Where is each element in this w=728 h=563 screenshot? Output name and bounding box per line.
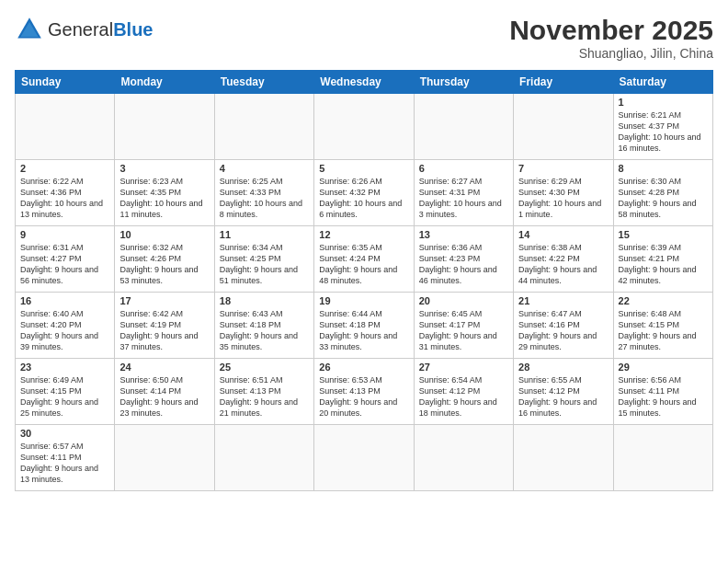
calendar-day: 4Sunrise: 6:25 AM Sunset: 4:33 PM Daylig… [214, 160, 313, 226]
calendar-day: 13Sunrise: 6:36 AM Sunset: 4:23 PM Dayli… [414, 226, 513, 293]
calendar-day: 18Sunrise: 6:43 AM Sunset: 4:18 PM Dayli… [214, 293, 313, 359]
day-info: Sunrise: 6:42 AM Sunset: 4:19 PM Dayligh… [119, 308, 209, 353]
day-number: 7 [518, 163, 608, 174]
calendar-day [314, 425, 414, 491]
calendar-week-3: 9Sunrise: 6:31 AM Sunset: 4:27 PM Daylig… [16, 226, 713, 293]
calendar-day: 24Sunrise: 6:50 AM Sunset: 4:14 PM Dayli… [115, 359, 214, 425]
calendar-day [115, 425, 214, 491]
day-info: Sunrise: 6:49 AM Sunset: 4:15 PM Dayligh… [20, 374, 109, 419]
calendar-day: 28Sunrise: 6:55 AM Sunset: 4:12 PM Dayli… [514, 359, 613, 425]
calendar-day: 27Sunrise: 6:54 AM Sunset: 4:12 PM Dayli… [414, 359, 513, 425]
day-info: Sunrise: 6:21 AM Sunset: 4:37 PM Dayligh… [619, 109, 708, 155]
day-number: 11 [220, 229, 309, 240]
day-number: 5 [319, 163, 408, 174]
day-info: Sunrise: 6:34 AM Sunset: 4:25 PM Dayligh… [220, 242, 309, 287]
day-number: 30 [20, 428, 109, 439]
day-number: 21 [518, 295, 608, 306]
day-info: Sunrise: 6:25 AM Sunset: 4:33 PM Dayligh… [220, 176, 309, 221]
day-info: Sunrise: 6:57 AM Sunset: 4:11 PM Dayligh… [20, 441, 109, 486]
calendar-day: 23Sunrise: 6:49 AM Sunset: 4:15 PM Dayli… [16, 359, 115, 425]
logo-text: GeneralBlue [48, 19, 154, 40]
col-thursday: Thursday [414, 71, 513, 94]
location: Shuangliao, Jilin, China [509, 46, 713, 61]
day-number: 3 [119, 163, 209, 174]
day-info: Sunrise: 6:44 AM Sunset: 4:18 PM Dayligh… [319, 308, 408, 353]
calendar-week-5: 23Sunrise: 6:49 AM Sunset: 4:15 PM Dayli… [16, 359, 713, 425]
day-number: 28 [518, 362, 608, 373]
day-number: 1 [619, 97, 708, 108]
calendar-day: 7Sunrise: 6:29 AM Sunset: 4:30 PM Daylig… [514, 160, 613, 226]
day-info: Sunrise: 6:40 AM Sunset: 4:20 PM Dayligh… [20, 308, 109, 353]
day-number: 22 [619, 295, 708, 306]
day-info: Sunrise: 6:29 AM Sunset: 4:30 PM Dayligh… [518, 176, 608, 221]
calendar-day: 17Sunrise: 6:42 AM Sunset: 4:19 PM Dayli… [115, 293, 214, 359]
calendar-day: 10Sunrise: 6:32 AM Sunset: 4:26 PM Dayli… [115, 226, 214, 293]
calendar-day: 6Sunrise: 6:27 AM Sunset: 4:31 PM Daylig… [414, 160, 513, 226]
day-number: 4 [220, 163, 309, 174]
col-saturday: Saturday [613, 71, 712, 94]
day-number: 6 [419, 163, 508, 174]
day-number: 16 [20, 295, 109, 306]
calendar-day: 16Sunrise: 6:40 AM Sunset: 4:20 PM Dayli… [16, 293, 115, 359]
calendar-day [214, 425, 313, 491]
calendar-table: Sunday Monday Tuesday Wednesday Thursday… [15, 70, 713, 491]
day-info: Sunrise: 6:48 AM Sunset: 4:15 PM Dayligh… [619, 308, 708, 353]
day-info: Sunrise: 6:30 AM Sunset: 4:28 PM Dayligh… [619, 176, 708, 221]
title-block: November 2025 Shuangliao, Jilin, China [509, 15, 713, 61]
day-number: 13 [419, 229, 508, 240]
col-monday: Monday [115, 71, 214, 94]
calendar-day: 1Sunrise: 6:21 AM Sunset: 4:37 PM Daylig… [613, 94, 712, 160]
col-friday: Friday [514, 71, 613, 94]
calendar-day: 20Sunrise: 6:45 AM Sunset: 4:17 PM Dayli… [414, 293, 513, 359]
day-number: 17 [119, 295, 209, 306]
calendar-day: 9Sunrise: 6:31 AM Sunset: 4:27 PM Daylig… [16, 226, 115, 293]
calendar-day: 29Sunrise: 6:56 AM Sunset: 4:11 PM Dayli… [613, 359, 712, 425]
calendar-day: 19Sunrise: 6:44 AM Sunset: 4:18 PM Dayli… [314, 293, 414, 359]
calendar-week-1: 1Sunrise: 6:21 AM Sunset: 4:37 PM Daylig… [16, 94, 713, 160]
day-number: 27 [419, 362, 508, 373]
calendar-week-6: 30Sunrise: 6:57 AM Sunset: 4:11 PM Dayli… [16, 425, 713, 491]
day-info: Sunrise: 6:32 AM Sunset: 4:26 PM Dayligh… [119, 242, 209, 287]
col-sunday: Sunday [16, 71, 115, 94]
calendar-day [514, 94, 613, 160]
calendar-day [514, 425, 613, 491]
calendar-day [115, 94, 214, 160]
day-number: 24 [119, 362, 209, 373]
calendar-day: 3Sunrise: 6:23 AM Sunset: 4:35 PM Daylig… [115, 160, 214, 226]
day-info: Sunrise: 6:26 AM Sunset: 4:32 PM Dayligh… [319, 176, 408, 221]
day-info: Sunrise: 6:36 AM Sunset: 4:23 PM Dayligh… [419, 242, 508, 287]
day-info: Sunrise: 6:45 AM Sunset: 4:17 PM Dayligh… [419, 308, 508, 353]
calendar-day [414, 94, 513, 160]
calendar-day: 11Sunrise: 6:34 AM Sunset: 4:25 PM Dayli… [214, 226, 313, 293]
day-info: Sunrise: 6:51 AM Sunset: 4:13 PM Dayligh… [220, 374, 309, 419]
month-year: November 2025 [509, 15, 713, 46]
day-info: Sunrise: 6:35 AM Sunset: 4:24 PM Dayligh… [319, 242, 408, 287]
day-number: 26 [319, 362, 408, 373]
calendar-day: 2Sunrise: 6:22 AM Sunset: 4:36 PM Daylig… [16, 160, 115, 226]
logo: GeneralBlue [15, 15, 154, 44]
calendar-day: 22Sunrise: 6:48 AM Sunset: 4:15 PM Dayli… [613, 293, 712, 359]
calendar-day: 8Sunrise: 6:30 AM Sunset: 4:28 PM Daylig… [613, 160, 712, 226]
day-number: 12 [319, 229, 408, 240]
calendar-day [314, 94, 414, 160]
calendar-day: 26Sunrise: 6:53 AM Sunset: 4:13 PM Dayli… [314, 359, 414, 425]
calendar-day: 30Sunrise: 6:57 AM Sunset: 4:11 PM Dayli… [16, 425, 115, 491]
day-number: 2 [20, 163, 109, 174]
calendar-week-4: 16Sunrise: 6:40 AM Sunset: 4:20 PM Dayli… [16, 293, 713, 359]
day-info: Sunrise: 6:39 AM Sunset: 4:21 PM Dayligh… [619, 242, 708, 287]
day-number: 23 [20, 362, 109, 373]
header: GeneralBlue November 2025 Shuangliao, Ji… [15, 15, 713, 61]
day-info: Sunrise: 6:56 AM Sunset: 4:11 PM Dayligh… [619, 374, 708, 419]
col-wednesday: Wednesday [314, 71, 414, 94]
calendar-week-2: 2Sunrise: 6:22 AM Sunset: 4:36 PM Daylig… [16, 160, 713, 226]
day-number: 9 [20, 229, 109, 240]
day-number: 29 [619, 362, 708, 373]
day-info: Sunrise: 6:23 AM Sunset: 4:35 PM Dayligh… [119, 176, 209, 221]
calendar-day: 12Sunrise: 6:35 AM Sunset: 4:24 PM Dayli… [314, 226, 414, 293]
day-number: 15 [619, 229, 708, 240]
day-info: Sunrise: 6:47 AM Sunset: 4:16 PM Dayligh… [518, 308, 608, 353]
calendar-day: 5Sunrise: 6:26 AM Sunset: 4:32 PM Daylig… [314, 160, 414, 226]
day-info: Sunrise: 6:31 AM Sunset: 4:27 PM Dayligh… [20, 242, 109, 287]
day-number: 19 [319, 295, 408, 306]
calendar-day: 25Sunrise: 6:51 AM Sunset: 4:13 PM Dayli… [214, 359, 313, 425]
